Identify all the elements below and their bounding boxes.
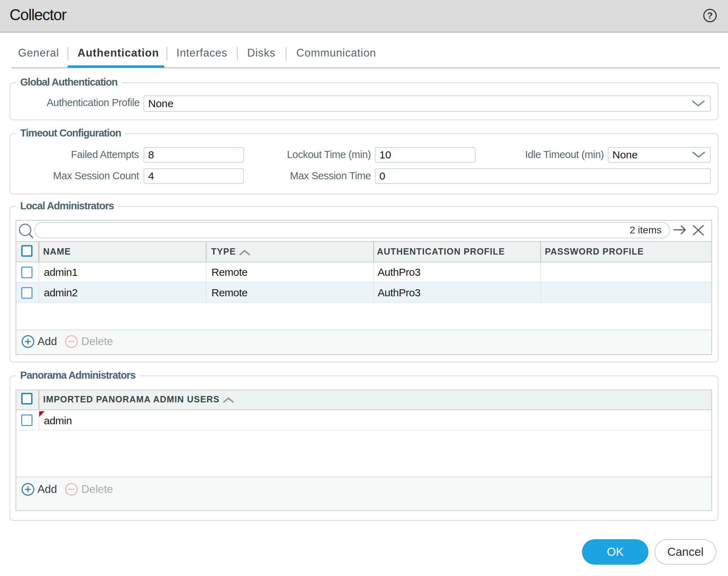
- svg-text:?: ?: [707, 10, 713, 21]
